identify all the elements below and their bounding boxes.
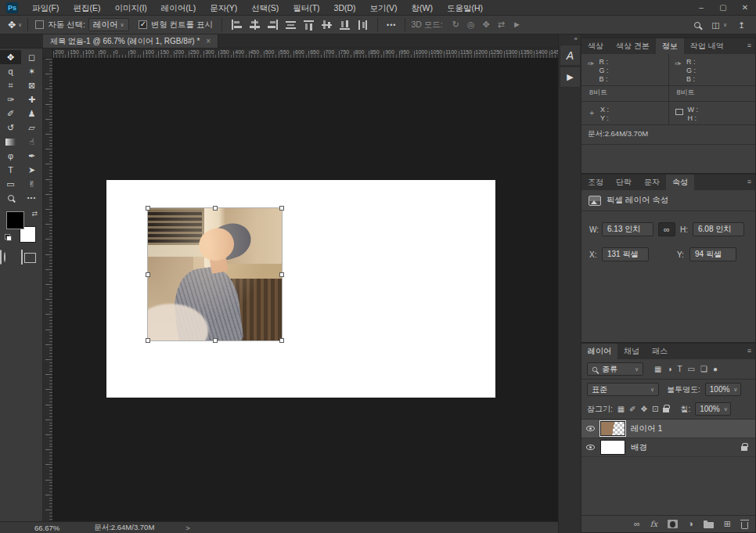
panel-tab[interactable]: 작업 내역 bbox=[684, 38, 730, 54]
panel-tab[interactable]: 채널 bbox=[617, 344, 646, 359]
menu-item[interactable]: 창(W) bbox=[405, 0, 440, 16]
new-layer-button[interactable]: ⊞ bbox=[724, 520, 731, 528]
character-panel-button[interactable]: A bbox=[560, 45, 581, 66]
maximize-button[interactable]: ▢ bbox=[712, 0, 734, 16]
opacity-dropdown[interactable]: 100% ∨ bbox=[705, 383, 741, 396]
menu-item[interactable]: 3D(D) bbox=[327, 0, 363, 16]
lock-artboard-icon[interactable]: ⊡ bbox=[652, 405, 658, 413]
quick-mask-button[interactable] bbox=[0, 250, 21, 265]
pasteboard[interactable] bbox=[53, 59, 558, 521]
y-field[interactable]: 94 픽셀 bbox=[689, 247, 736, 261]
layer-visibility-eye-icon[interactable] bbox=[586, 426, 595, 431]
healing-brush-tool[interactable]: ✚ bbox=[21, 92, 42, 106]
minimize-button[interactable]: – bbox=[690, 0, 712, 16]
menu-item[interactable]: 레이어(L) bbox=[154, 0, 203, 16]
filter-shape-layers-icon[interactable]: ▭ bbox=[688, 366, 695, 373]
3d-slide-icon[interactable]: ⇄ bbox=[498, 20, 505, 29]
panel-tab[interactable]: 조정 bbox=[581, 175, 610, 190]
panel-tab[interactable]: 색상 견본 bbox=[610, 38, 656, 54]
filter-adjustment-layers-icon[interactable]: ◑ bbox=[667, 366, 671, 373]
layer-filter-dropdown[interactable]: 종류 ∨ bbox=[587, 362, 643, 376]
crop-tool[interactable]: ⌗ bbox=[0, 78, 21, 92]
fill-dropdown[interactable]: 100% ∨ bbox=[695, 402, 731, 416]
history-brush-tool[interactable]: ↺ bbox=[0, 121, 21, 135]
menu-item[interactable]: 편집(E) bbox=[66, 0, 107, 16]
collapse-panels-icon[interactable]: « bbox=[559, 34, 581, 44]
zoom-tool[interactable] bbox=[0, 191, 21, 205]
auto-select-dropdown[interactable]: 레이어 ∨ bbox=[88, 18, 129, 31]
tool-preset-chevron-icon[interactable]: ∨ bbox=[18, 22, 22, 28]
menu-item[interactable]: 선택(S) bbox=[244, 0, 286, 16]
bit-depth-left[interactable]: 8비트 bbox=[581, 86, 668, 101]
zoom-level-field[interactable]: 66.67% bbox=[34, 524, 59, 532]
align-horizontal-centers-icon[interactable] bbox=[248, 19, 261, 31]
lock-image-pixels-icon[interactable]: ✐ bbox=[629, 405, 635, 413]
filter-pixel-layers-icon[interactable]: ▦ bbox=[654, 366, 661, 373]
document-canvas[interactable] bbox=[106, 180, 495, 398]
swap-colors-icon[interactable]: ⇄ bbox=[31, 210, 38, 218]
menu-item[interactable]: 문자(Y) bbox=[203, 0, 244, 16]
blend-mode-dropdown[interactable]: 표준 ∨ bbox=[587, 383, 659, 396]
search-icon[interactable] bbox=[694, 22, 700, 28]
menu-item[interactable]: 필터(T) bbox=[286, 0, 326, 16]
close-tab-icon[interactable]: × bbox=[206, 37, 211, 45]
gradient-tool[interactable] bbox=[0, 135, 21, 149]
auto-select-checkbox[interactable] bbox=[35, 20, 44, 29]
layer-style-button[interactable]: fx bbox=[650, 520, 657, 528]
eyedropper-tool[interactable]: ✑ bbox=[0, 92, 21, 106]
path-selection-tool[interactable]: ➤ bbox=[21, 163, 42, 177]
distribute-top-icon[interactable] bbox=[302, 19, 315, 31]
quick-selection-tool[interactable]: ✶ bbox=[21, 64, 42, 78]
3d-roll-icon[interactable]: ◎ bbox=[467, 20, 475, 29]
horizontal-ruler[interactable]: 2001501005005010015020025030035040045050… bbox=[53, 49, 558, 59]
layer-thumbnail[interactable] bbox=[600, 421, 625, 436]
lock-transparent-pixels-icon[interactable]: ▦ bbox=[617, 405, 625, 413]
share-icon[interactable]: ↥ bbox=[738, 20, 745, 30]
workspace-switcher[interactable]: ◫ ∨ bbox=[711, 20, 727, 30]
panel-tab[interactable]: 레이어 bbox=[581, 344, 617, 359]
clone-stamp-tool[interactable]: ♟ bbox=[21, 106, 42, 121]
eraser-tool[interactable]: ▱ bbox=[21, 121, 42, 135]
vertical-ruler[interactable] bbox=[43, 59, 53, 521]
add-layer-mask-button[interactable] bbox=[668, 520, 678, 528]
move-tool[interactable]: ✥ bbox=[0, 50, 21, 64]
3d-pan-icon[interactable]: ✥ bbox=[483, 20, 490, 29]
timeline-panel-button[interactable]: ▶ bbox=[560, 67, 581, 88]
link-layers-button[interactable]: ∞ bbox=[634, 520, 640, 528]
panel-tab[interactable]: 정보 bbox=[656, 38, 684, 54]
layer-visibility-eye-icon[interactable] bbox=[586, 445, 595, 450]
panel-menu-icon[interactable]: ≡ bbox=[747, 347, 751, 355]
distribute-bottom-icon[interactable] bbox=[338, 19, 351, 31]
x-field[interactable]: 131 픽셀 bbox=[602, 247, 649, 261]
menu-item[interactable]: 보기(V) bbox=[363, 0, 405, 16]
screen-mode-button[interactable] bbox=[21, 250, 42, 265]
align-left-edges-icon[interactable] bbox=[230, 19, 243, 31]
status-options-chevron-icon[interactable]: > bbox=[185, 524, 190, 532]
pen-tool[interactable]: ✒ bbox=[21, 149, 42, 163]
close-button[interactable]: ✕ bbox=[734, 0, 756, 16]
layer-thumbnail[interactable] bbox=[600, 440, 625, 455]
photo-layer[interactable] bbox=[147, 207, 283, 341]
frame-tool[interactable]: ⊠ bbox=[21, 78, 42, 92]
foreground-color-swatch[interactable] bbox=[6, 211, 24, 229]
lasso-tool[interactable]: ɋ bbox=[0, 64, 21, 78]
marquee-tool[interactable]: ◻ bbox=[21, 50, 42, 64]
distribute-horizontal-icon[interactable] bbox=[356, 19, 369, 31]
ruler-corner[interactable] bbox=[43, 49, 53, 59]
filter-type-layers-icon[interactable]: T bbox=[678, 366, 682, 373]
layer-row-background[interactable]: 배경 bbox=[581, 438, 755, 457]
adjustment-layer-button[interactable]: ◑ bbox=[688, 520, 693, 528]
new-group-button[interactable] bbox=[704, 522, 714, 528]
shape-tool[interactable]: ▭ bbox=[0, 177, 21, 191]
width-field[interactable]: 6.13 인치 bbox=[602, 222, 653, 236]
edit-toolbar-button[interactable]: ••• bbox=[21, 191, 42, 205]
hand-tool[interactable]: ✌ bbox=[21, 177, 42, 191]
brush-tool[interactable]: ✐ bbox=[0, 106, 21, 121]
align-right-edges-icon[interactable] bbox=[266, 19, 279, 31]
show-transform-controls-checkbox[interactable] bbox=[139, 20, 147, 29]
panel-tab[interactable]: 문자 bbox=[638, 175, 666, 190]
layer-name[interactable]: 레이어 1 bbox=[631, 423, 662, 434]
dodge-tool[interactable]: φ bbox=[0, 149, 21, 163]
smudge-tool[interactable]: ☝ bbox=[21, 135, 42, 149]
link-dimensions-button[interactable]: ∞ bbox=[658, 222, 675, 236]
